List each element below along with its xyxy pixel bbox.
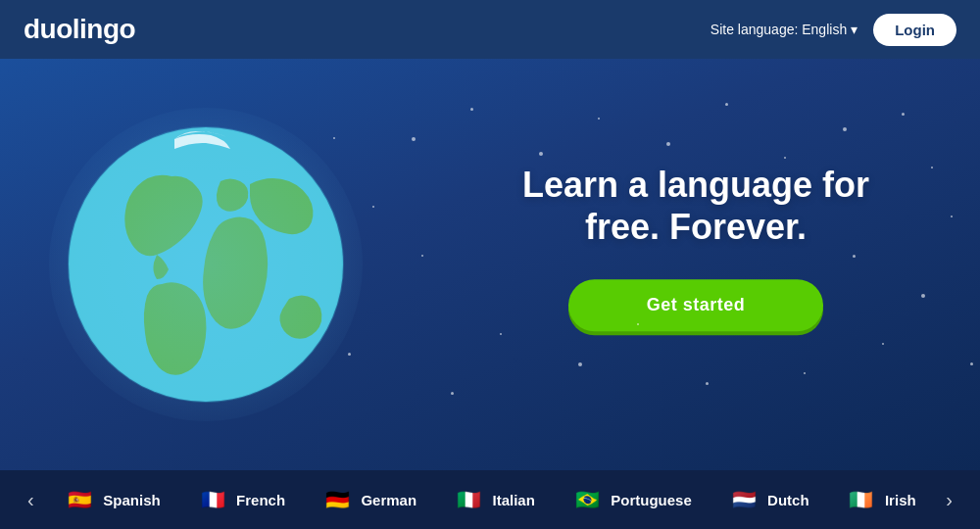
star: [843, 127, 847, 131]
get-started-button[interactable]: Get started: [568, 280, 824, 332]
language-name: Portuguese: [611, 492, 692, 508]
star: [882, 343, 884, 345]
star: [372, 206, 374, 208]
star: [451, 392, 454, 395]
star: [348, 353, 351, 356]
star: [706, 382, 709, 385]
language-name: Spanish: [103, 492, 160, 508]
chevron-down-icon: ▾: [851, 22, 858, 37]
flag-italian: 🇮🇹: [454, 484, 485, 515]
language-name: German: [361, 492, 416, 508]
star: [637, 323, 639, 325]
star: [666, 142, 670, 146]
star: [539, 152, 543, 156]
prev-arrow[interactable]: ‹: [16, 481, 46, 519]
language-list: 🇪🇸Spanish🇫🇷French🇩🇪German🇮🇹Italian🇧🇷Port…: [46, 484, 935, 515]
logo: duolingo: [24, 14, 135, 45]
star: [784, 157, 786, 159]
flag-portuguese: 🇧🇷: [571, 484, 603, 515]
language-item-portuguese[interactable]: 🇧🇷Portuguese: [571, 484, 692, 515]
flag-french: 🇫🇷: [197, 484, 228, 515]
globe-glow: [49, 108, 363, 421]
star: [853, 255, 856, 258]
next-arrow[interactable]: ›: [934, 481, 964, 519]
star: [500, 333, 502, 335]
star: [578, 362, 582, 366]
language-item-irish[interactable]: 🇮🇪Irish: [846, 484, 916, 515]
language-name: Irish: [885, 492, 916, 508]
star: [470, 108, 473, 111]
language-name: French: [236, 492, 285, 508]
header: duolingo Site language: English ▾ Login: [0, 0, 980, 59]
star: [725, 103, 728, 106]
star: [921, 294, 925, 298]
header-right: Site language: English ▾ Login: [710, 14, 956, 46]
globe-container: [59, 118, 353, 411]
main-hero: Learn a language for free. Forever. Get …: [0, 59, 980, 470]
flag-irish: 🇮🇪: [846, 484, 877, 515]
star: [412, 137, 416, 141]
star: [333, 137, 335, 139]
star: [931, 167, 933, 168]
site-language-label: Site language: English: [710, 22, 847, 37]
language-item-dutch[interactable]: 🇳🇱Dutch: [728, 484, 809, 515]
star: [598, 118, 600, 120]
star: [902, 113, 905, 116]
bottom-bar: ‹ 🇪🇸Spanish🇫🇷French🇩🇪German🇮🇹Italian🇧🇷Po…: [0, 470, 980, 529]
language-item-french[interactable]: 🇫🇷French: [197, 484, 285, 515]
flag-dutch: 🇳🇱: [728, 484, 760, 515]
star: [970, 362, 973, 365]
star: [951, 216, 953, 217]
flag-spanish: 🇪🇸: [64, 484, 95, 515]
star: [804, 372, 806, 374]
language-item-spanish[interactable]: 🇪🇸Spanish: [64, 484, 160, 515]
language-name: Dutch: [767, 492, 809, 508]
star: [421, 255, 423, 257]
hero-headline: Learn a language for free. Forever.: [490, 164, 902, 248]
site-language-selector[interactable]: Site language: English ▾: [710, 22, 858, 37]
language-item-italian[interactable]: 🇮🇹Italian: [454, 484, 535, 515]
login-button[interactable]: Login: [873, 14, 956, 46]
hero-text: Learn a language for free. Forever. Get …: [490, 164, 902, 331]
language-item-german[interactable]: 🇩🇪German: [321, 484, 416, 515]
language-name: Italian: [493, 492, 535, 508]
flag-german: 🇩🇪: [321, 484, 353, 515]
